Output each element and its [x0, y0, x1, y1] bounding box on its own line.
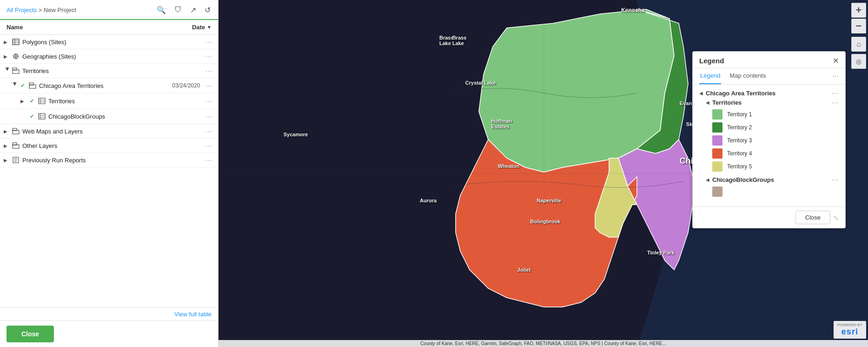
- layer-icon-territories-sub: [37, 97, 46, 105]
- legend-group-more-btn[interactable]: ···: [832, 89, 839, 97]
- svg-rect-14: [39, 113, 45, 119]
- expander-geographies: ▶: [4, 54, 11, 59]
- layer-icon-prev-reports: [11, 156, 20, 164]
- expander-territories-sub: ▶: [20, 99, 28, 104]
- check-icon-territories-sub: ✔: [28, 97, 36, 105]
- row-label: Territories: [48, 98, 204, 105]
- expander-territories: ▶: [5, 67, 10, 74]
- attribution-text: County of Kane, Esri, HERE, Garmin, Safe…: [420, 341, 666, 346]
- more-btn-territories-sub[interactable]: ···: [204, 97, 214, 105]
- legend-group-expander[interactable]: ◀: [699, 91, 703, 96]
- legend-group-name: Chicago Area Territories: [706, 90, 829, 97]
- expander-web-maps: ▶: [4, 129, 11, 134]
- breadcrumb-bar: All Projects > New Project 🔍 ⛉ ↗ ↺: [0, 0, 218, 20]
- legend-swatch-t2: [712, 122, 722, 133]
- tree-row-web-maps[interactable]: ▶ Web Maps and Layers ···: [0, 124, 218, 139]
- zoom-out-button[interactable]: −: [851, 19, 866, 33]
- layer-icon-chicago-area: [28, 82, 37, 89]
- more-btn-chicago-area[interactable]: ···: [204, 82, 214, 89]
- zoom-in-button[interactable]: +: [851, 3, 866, 18]
- legend-blockgroups-more-btn[interactable]: ···: [832, 176, 839, 183]
- legend-label-t3: Territory 3: [727, 137, 752, 144]
- legend-items: Territory 1 Territory 2 Territory 3: [706, 108, 839, 173]
- more-btn-block-groups[interactable]: ···: [204, 113, 214, 120]
- more-btn-prev-reports[interactable]: ···: [204, 156, 214, 164]
- more-btn-other-layers[interactable]: ···: [204, 142, 214, 149]
- powered-by-text: POWERED BY: [837, 323, 862, 327]
- home-button[interactable]: ⌂: [851, 37, 866, 52]
- legend-subgroup-header: ◀ Territories ···: [706, 99, 839, 106]
- legend-blockgroups-name: ChicagoBlockGroups: [712, 176, 829, 183]
- breadcrumb-separator: >: [37, 7, 44, 13]
- row-label: ChicagoBlockGroups: [48, 113, 204, 120]
- close-btn-bar: Close: [0, 320, 218, 347]
- map-attribution: County of Kane, Esri, HERE, Garmin, Safe…: [219, 340, 868, 347]
- legend-subgroup-blockgroups: ◀ ChicagoBlockGroups ···: [699, 176, 839, 198]
- legend-blockgroups-items: [706, 185, 839, 198]
- legend-swatch-t1: [712, 109, 722, 120]
- view-full-table-link[interactable]: View full table: [174, 311, 212, 318]
- check-icon-block-groups: ✔: [28, 112, 36, 120]
- legend-label-t4: Territory 4: [727, 150, 752, 157]
- legend-swatch-t5: [712, 161, 722, 172]
- row-label: Polygons (Sites): [22, 39, 204, 46]
- tree-row-prev-reports[interactable]: ▶ Previously Run Reports ···: [0, 153, 218, 167]
- tree-row-territories-sub[interactable]: ▶ ✔ Territories ···: [0, 93, 218, 109]
- more-btn-geographies[interactable]: ···: [204, 53, 214, 60]
- tree-row-other-layers[interactable]: ▶ Other Layers ···: [0, 139, 218, 153]
- legend-item-t2: Territory 2: [712, 121, 839, 134]
- layer-icon-geographies: [11, 53, 20, 60]
- search-icon-btn[interactable]: 🔍: [156, 5, 167, 15]
- legend-close-footer-button[interactable]: Close: [795, 211, 830, 224]
- check-icon-chicago-area: ✔: [19, 81, 27, 90]
- tree-row-territories[interactable]: ▶ Territories ···: [0, 64, 218, 78]
- legend-item-blockgroup: [712, 185, 839, 198]
- tree-row-chicago-block-groups[interactable]: ▶ ✔ ChicagoBlockGroups ···: [0, 109, 218, 124]
- svg-rect-0: [13, 39, 19, 45]
- expander-chicago-area: ▶: [13, 82, 18, 89]
- view-full-table-bar: View full table: [0, 307, 218, 320]
- legend-tabs: Legend Map contents ···: [693, 68, 845, 85]
- refresh-icon-btn[interactable]: ↺: [204, 5, 212, 15]
- legend-label-t1: Territory 1: [727, 111, 752, 118]
- legend-close-x-button[interactable]: ✕: [833, 56, 839, 65]
- legend-blockgroups-header: ◀ ChicagoBlockGroups ···: [706, 176, 839, 183]
- tab-legend[interactable]: Legend: [699, 68, 721, 84]
- row-label: Chicago Area Territories: [39, 82, 172, 89]
- legend-label-t2: Territory 2: [727, 124, 752, 131]
- all-projects-link[interactable]: All Projects: [7, 7, 37, 13]
- filter-icon-btn[interactable]: ⛉: [173, 5, 183, 15]
- legend-label-t5: Territory 5: [727, 163, 752, 170]
- legend-subgroup-expander[interactable]: ◀: [706, 100, 709, 105]
- more-btn-territories[interactable]: ···: [204, 67, 214, 74]
- legend-footer: Close ⤡: [693, 207, 845, 228]
- legend-blockgroups-expander[interactable]: ◀: [706, 177, 709, 182]
- legend-item-t5: Territory 5: [712, 160, 839, 173]
- legend-resize-icon[interactable]: ⤡: [833, 214, 839, 221]
- close-button[interactable]: Close: [7, 326, 54, 342]
- more-btn-web-maps[interactable]: ···: [204, 127, 214, 135]
- legend-swatch-blockgroup: [712, 187, 722, 197]
- esri-logo: POWERED BY esri: [834, 321, 866, 339]
- locate-button[interactable]: ◎: [851, 54, 866, 69]
- legend-subgroup-more-btn[interactable]: ···: [832, 99, 839, 106]
- row-label: Web Maps and Layers: [22, 128, 204, 135]
- expander-other-layers: ▶: [4, 143, 11, 148]
- more-btn-polygons[interactable]: ···: [204, 38, 214, 46]
- export-icon-btn[interactable]: ↗: [189, 5, 197, 15]
- row-label: Geographies (Sites): [22, 53, 204, 60]
- row-label: Other Layers: [22, 142, 204, 149]
- sort-icon: ▼: [207, 25, 212, 30]
- tree-row-geographies-sites[interactable]: ▶ Geographies (Sites) ···: [0, 49, 218, 64]
- legend-item-t3: Territory 3: [712, 134, 839, 147]
- legend-tab-more-btn[interactable]: ···: [833, 68, 839, 84]
- legend-swatch-t3: [712, 135, 722, 146]
- tree-row-polygons-sites[interactable]: ▶ Polygons (Sites) ···: [0, 35, 218, 49]
- tree-row-chicago-area-territories[interactable]: ▶ ✔ Chicago Area Territories 03/24/2020 …: [0, 78, 218, 93]
- layer-icon-web-maps: [11, 127, 20, 135]
- current-project: New Project: [44, 7, 76, 13]
- date-column-header[interactable]: Date ▼: [192, 24, 212, 31]
- tab-map-contents[interactable]: Map contents: [729, 68, 767, 84]
- legend-subgroup-territories: ◀ Territories ··· Territory 1: [699, 99, 839, 173]
- row-label: Territories: [22, 67, 204, 74]
